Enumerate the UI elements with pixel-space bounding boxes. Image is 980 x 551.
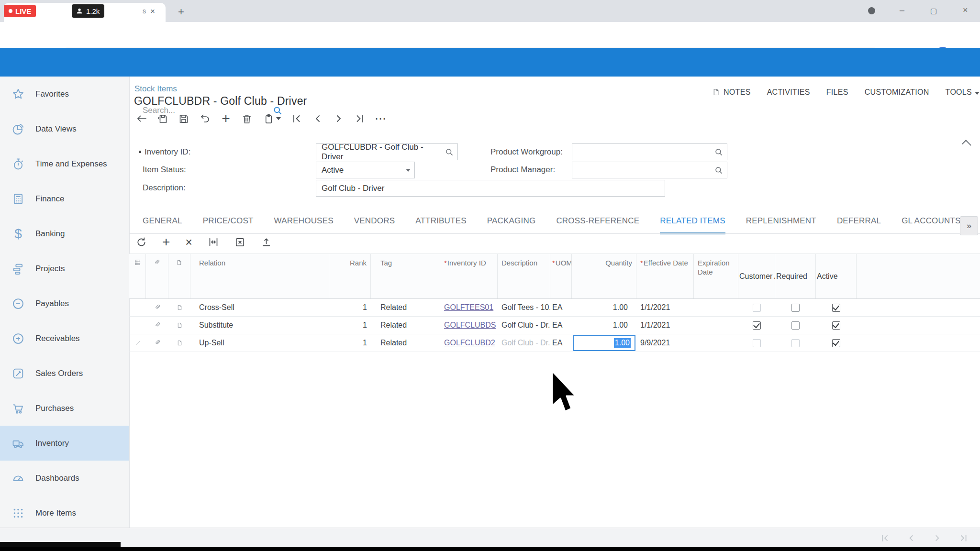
cell-description[interactable]: Golf Club - Dr... (498, 317, 550, 334)
cell-rank[interactable]: 1 (329, 299, 371, 316)
page-first-button[interactable] (880, 533, 890, 543)
cell-tag[interactable]: Related (371, 317, 440, 334)
checkbox-checked[interactable] (832, 304, 840, 312)
checkbox-checked[interactable] (753, 321, 761, 330)
add-record-button[interactable]: + (220, 112, 232, 125)
cell-relation[interactable]: Up-Sell (190, 334, 329, 352)
window-minimize-button[interactable]: – (900, 5, 904, 15)
cell-active[interactable] (816, 334, 857, 352)
paperclip-icon[interactable] (146, 317, 168, 334)
tab-related-items[interactable]: RELATED ITEMS (660, 216, 725, 234)
checkbox-unchecked[interactable] (791, 339, 800, 347)
cell-description[interactable]: Golf Tees - 10... (498, 299, 550, 316)
tools-link[interactable]: TOOLS (946, 88, 980, 97)
product-manager-field[interactable] (572, 162, 727, 178)
checkbox-checked[interactable] (832, 339, 840, 347)
tab-general[interactable]: GENERAL (143, 216, 182, 234)
col-header-expiration-date[interactable]: Expiration Date (694, 254, 738, 298)
save-button[interactable] (178, 112, 189, 125)
tab-vendors[interactable]: VENDORS (354, 216, 395, 234)
col-header-rank[interactable]: Rank (329, 254, 371, 298)
col-header-required[interactable]: Required (775, 254, 816, 298)
cell-quantity[interactable]: 1.00 (572, 299, 636, 316)
sidebar-item-favorites[interactable]: Favorites (0, 77, 129, 111)
tab-price-cost[interactable]: PRICE/COST (203, 216, 254, 234)
tenant-chevron-down-icon[interactable] (737, 106, 746, 114)
checkbox-unchecked[interactable] (791, 304, 800, 312)
cell-quantity[interactable]: 1.00 (572, 317, 636, 334)
paperclip-icon[interactable] (146, 299, 168, 316)
lookup-icon[interactable] (445, 148, 454, 156)
cell-description[interactable]: Golf Club - Dr... (498, 334, 550, 352)
cell-relation[interactable]: Substitute (190, 317, 329, 334)
tab-packaging[interactable]: PACKAGING (487, 216, 536, 234)
inventory-id-link[interactable]: GOLFCLUBD2 (444, 339, 495, 347)
cell-customer-approval[interactable] (738, 299, 775, 316)
toolbar-more-button[interactable]: ⋯ (375, 112, 387, 125)
notes-link[interactable]: NOTES (712, 88, 751, 97)
cell-effective-date[interactable]: 1/1/2021 (636, 299, 694, 316)
checkbox-checked[interactable] (832, 321, 840, 330)
paperclip-icon[interactable] (146, 334, 168, 352)
cell-uom[interactable]: EA (550, 334, 572, 352)
inventory-id-link[interactable]: GOLFCLUBDS (444, 321, 496, 330)
grid-delete-row-button[interactable]: × (185, 235, 192, 249)
activities-link[interactable]: ACTIVITIES (767, 88, 810, 97)
cell-uom[interactable]: EA (550, 299, 572, 316)
cell-required[interactable] (775, 299, 816, 316)
user-menu[interactable]: admin admin (884, 103, 966, 114)
col-header-quantity[interactable]: Quantity (572, 254, 636, 298)
page-previous-button[interactable] (906, 533, 916, 543)
cell-expiration-date[interactable] (694, 317, 738, 334)
col-header-uom[interactable]: *UOM (550, 254, 572, 298)
cell-required[interactable] (775, 334, 816, 352)
checkbox-unchecked[interactable] (753, 304, 761, 312)
sidebar-item-receivables[interactable]: Receivables (0, 321, 129, 356)
cell-tag[interactable]: Related (371, 334, 440, 352)
tab-warehouses[interactable]: WAREHOUSES (274, 216, 334, 234)
checkbox-unchecked[interactable] (753, 339, 761, 347)
note-icon[interactable] (168, 334, 190, 352)
note-icon[interactable] (168, 317, 190, 334)
sidebar-item-sales-orders[interactable]: Sales Orders (0, 356, 129, 391)
sidebar-item-projects[interactable]: Projects (0, 251, 129, 286)
inventory-id-link[interactable]: GOLFTEES01 (444, 303, 493, 312)
cell-tag[interactable]: Related (371, 299, 440, 316)
cell-rank[interactable]: 1 (329, 334, 371, 352)
go-last-button[interactable] (354, 112, 366, 125)
sidebar-item-inventory[interactable]: Inventory (0, 426, 129, 461)
row-selector-cell[interactable] (129, 317, 146, 334)
go-previous-button[interactable] (312, 112, 323, 125)
tab-gl-accounts[interactable]: GL ACCOUNTS (902, 216, 960, 234)
grid-row-up-sell[interactable]: Up-Sell 1 Related GOLFCLUBD2 Golf Club -… (129, 334, 980, 352)
cell-uom[interactable]: EA (550, 317, 572, 334)
col-header-relation[interactable]: Relation (190, 254, 329, 298)
grid-row-cross-sell[interactable]: Cross-Sell 1 Related GOLFTEES01 Golf Tee… (129, 299, 980, 317)
page-next-button[interactable] (932, 533, 943, 543)
quantity-input[interactable]: 1.00 (573, 335, 635, 351)
sidebar-item-banking[interactable]: $ Banking (0, 216, 129, 251)
cell-quantity-editing[interactable]: 1.00 (572, 334, 636, 352)
collapse-form-chevron-icon[interactable] (962, 140, 971, 149)
grid-export-excel-button[interactable] (234, 237, 245, 248)
breadcrumb[interactable]: Stock Items (134, 84, 177, 94)
col-header-active[interactable]: Active (816, 254, 857, 298)
tab-replenishment[interactable]: REPLENISHMENT (746, 216, 816, 234)
cell-rank[interactable]: 1 (329, 317, 371, 334)
product-workgroup-field[interactable] (572, 143, 727, 160)
col-header-effective-date[interactable]: *Effective Date (636, 254, 694, 298)
lookup-icon[interactable] (714, 148, 723, 156)
cell-effective-date[interactable]: 9/9/2021 (636, 334, 694, 352)
cell-required[interactable] (775, 317, 816, 334)
page-last-button[interactable] (958, 533, 969, 543)
cell-expiration-date[interactable] (694, 334, 738, 352)
description-field[interactable]: Golf Club - Driver (316, 180, 665, 197)
sidebar-item-more-items[interactable]: More Items (0, 496, 129, 530)
window-close-button[interactable]: × (963, 5, 968, 15)
new-tab-button[interactable]: + (178, 6, 184, 18)
tab-cross-reference[interactable]: CROSS-REFERENCE (556, 216, 639, 234)
col-header-tag[interactable]: Tag (371, 254, 440, 298)
cell-customer-approval[interactable] (738, 334, 775, 352)
cell-inventory-id[interactable]: GOLFTEES01 (440, 299, 498, 316)
cell-active[interactable] (816, 317, 857, 334)
